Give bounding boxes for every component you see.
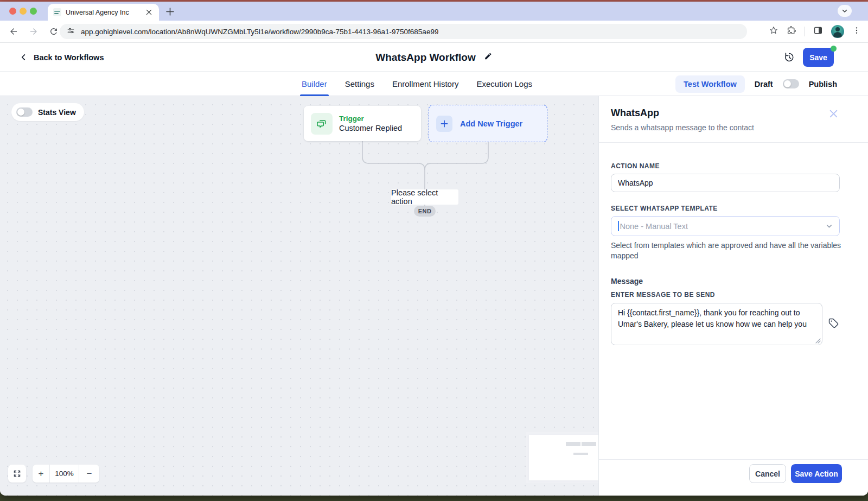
save-button[interactable]: Save [803, 48, 834, 67]
browser-window: Universal Agency Inc [0, 2, 868, 496]
publish-toggle[interactable] [783, 79, 799, 88]
workflow-title: WhatsApp Workflow [375, 52, 475, 64]
reload-icon[interactable] [47, 25, 60, 38]
browser-tab[interactable]: Universal Agency Inc [48, 4, 159, 21]
text-caret [618, 221, 619, 231]
template-help-text: Select from templates which are approved… [611, 240, 847, 261]
message-textarea[interactable]: Hi {{contact.first_name}}, thank you for… [611, 303, 822, 345]
panel-divider [599, 142, 868, 143]
bookmark-star-icon[interactable] [769, 26, 778, 37]
action-name-label: ACTION NAME [611, 162, 660, 170]
unsaved-status-dot [831, 46, 837, 52]
tab-enrollment-history[interactable]: Enrollment History [392, 72, 459, 96]
action-name-input[interactable] [611, 174, 840, 192]
chat-bubbles-icon [311, 113, 333, 135]
end-node: END [414, 206, 436, 217]
window-close-button[interactable] [9, 8, 16, 15]
tab-settings[interactable]: Settings [345, 72, 374, 96]
publish-label: Publish [809, 80, 837, 88]
tab-builder[interactable]: Builder [302, 72, 327, 96]
workflow-tabbar: Builder Settings Enrollment History Exec… [0, 72, 868, 96]
version-history-icon[interactable] [782, 50, 796, 64]
plus-icon [436, 116, 452, 132]
tab-search-chevron-icon[interactable] [838, 5, 852, 17]
profile-avatar[interactable] [831, 25, 844, 38]
browser-toolbar: app.gohighlevel.com/location/Ab8nWqUWNZG… [0, 21, 868, 42]
window-minimize-button[interactable] [20, 8, 27, 15]
workflow-canvas[interactable]: Stats View Trigger Customer Replied [0, 96, 598, 496]
zoom-in-button[interactable]: + [33, 465, 49, 483]
window-zoom-button[interactable] [30, 8, 37, 15]
minimap-node [582, 442, 596, 446]
edit-title-pencil-icon[interactable] [484, 52, 493, 62]
stats-view-label: Stats View [38, 108, 76, 117]
test-workflow-button[interactable]: Test Workflow [675, 75, 745, 93]
browser-tab-title: Universal Agency Inc [66, 9, 140, 16]
zoom-out-button[interactable]: − [79, 465, 99, 483]
panel-footer: Cancel Save Action [599, 459, 868, 496]
fit-to-screen-button[interactable] [8, 465, 26, 483]
message-section-label: Message [611, 277, 643, 286]
template-select-placeholder: None - Manual Text [620, 222, 826, 231]
minimap-node [573, 453, 588, 455]
tab-execution-logs[interactable]: Execution Logs [476, 72, 532, 96]
zoom-controls: + 100% − [33, 465, 99, 483]
stats-view-toggle[interactable] [16, 107, 33, 117]
save-action-button[interactable]: Save Action [791, 464, 842, 483]
action-settings-panel: WhatsApp Sends a whatsapp message to the… [598, 96, 868, 496]
trigger-node[interactable]: Trigger Customer Replied [304, 106, 421, 141]
stats-view-control: Stats View [11, 103, 84, 121]
minimap-node [566, 442, 580, 446]
workflow-header: Back to Workflows WhatsApp Workflow Save [0, 43, 868, 72]
site-settings-icon[interactable] [67, 27, 75, 36]
new-tab-button[interactable] [164, 6, 175, 17]
whatsapp-template-select[interactable]: None - Manual Text [611, 216, 840, 236]
close-panel-icon[interactable] [828, 109, 839, 119]
tab-close-icon[interactable] [144, 8, 154, 17]
please-select-action-node[interactable]: Please select action [391, 189, 458, 205]
custom-values-tag-icon[interactable] [827, 316, 840, 329]
minimap[interactable] [529, 435, 598, 480]
trigger-node-subtitle: Customer Replied [339, 124, 402, 132]
panel-title: WhatsApp [611, 107, 659, 119]
back-icon[interactable] [7, 25, 20, 38]
cancel-button[interactable]: Cancel [749, 464, 786, 483]
chevron-down-icon [826, 223, 833, 230]
connector-lines [0, 96, 598, 496]
side-panel-icon[interactable] [813, 26, 823, 37]
back-to-workflows-label: Back to Workflows [34, 53, 104, 62]
forward-icon[interactable] [27, 25, 40, 38]
extensions-icon[interactable] [787, 26, 796, 37]
zoom-level: 100% [49, 465, 79, 483]
browser-tabstrip: Universal Agency Inc [0, 2, 868, 21]
add-new-trigger-node[interactable]: Add New Trigger [429, 105, 547, 142]
add-new-trigger-label: Add New Trigger [460, 119, 522, 128]
panel-subtitle: Sends a whatsapp message to the contact [611, 123, 754, 132]
toolbar-divider [805, 27, 805, 36]
template-select-label: SELECT WHATSAPP TEMPLATE [611, 205, 718, 212]
trigger-node-title: Trigger [339, 115, 402, 123]
url-address-bar[interactable]: app.gohighlevel.com/location/Ab8nWqUWNZG… [60, 24, 747, 39]
message-field-label: ENTER MESSAGE TO BE SEND [611, 291, 715, 299]
site-favicon-icon [53, 8, 61, 16]
draft-label: Draft [755, 80, 773, 88]
browser-menu-icon[interactable] [852, 26, 861, 37]
back-to-workflows-button[interactable]: Back to Workflows [20, 43, 104, 72]
url-text: app.gohighlevel.com/location/Ab8nWqUWNZG… [81, 28, 438, 36]
